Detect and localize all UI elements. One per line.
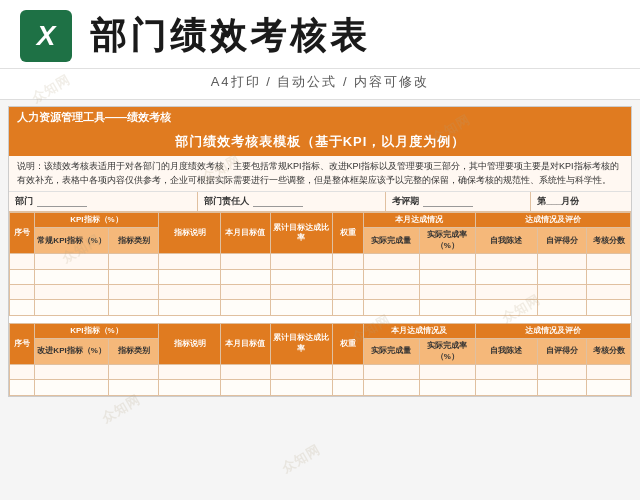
col-actual-qty: 实际完成量 (363, 228, 419, 254)
table-row (10, 284, 631, 299)
excel-x-letter: X (37, 22, 56, 50)
col2-target: 本月目标值 (221, 323, 271, 364)
period-cell: 考评期 (386, 192, 531, 211)
kpi-table-1: 序号 KPI指标（%） 指标说明 本月目标值 累计目标达成比率 权重 本月达成情… (9, 212, 631, 396)
header-area: X 部门绩效考核表 (0, 0, 640, 69)
period-label: 考评期 (392, 195, 419, 208)
col2-desc: 指标说明 (159, 323, 221, 364)
dept-value[interactable] (37, 196, 87, 207)
col-actual-rate: 实际完成率（%） (419, 228, 475, 254)
excel-icon: X (20, 10, 72, 62)
col2-seq: 序号 (10, 323, 35, 364)
section-label: 人力资源管理工具——绩效考核 (9, 107, 631, 128)
col-kpi-type: 常规KPI指标（%） (34, 228, 109, 254)
table-row (10, 364, 631, 379)
col-seq: 序号 (10, 213, 35, 254)
col-self-score: 自评得分 (537, 228, 587, 254)
col-self-desc: 自我陈述 (475, 228, 537, 254)
col2-actual-rate: 实际完成率（%） (419, 339, 475, 365)
col-desc: 指标说明 (159, 213, 221, 254)
dept-label: 部门 (15, 195, 33, 208)
col2-actual-qty: 实际完成量 (363, 339, 419, 365)
info-row: 部门 部门责任人 考评期 第___月份 (9, 192, 631, 212)
col2-self-score: 自评得分 (537, 339, 587, 365)
col-kpi-label: KPI指标（%） (34, 213, 158, 228)
main-title: 部门绩效考核表模板（基于KPI，以月度为例） (9, 128, 631, 156)
page-title: 部门绩效考核表 (90, 12, 370, 61)
table-row (10, 269, 631, 284)
person-value[interactable] (253, 196, 303, 207)
table2-header-row1: 序号 KPI指标（%） 指标说明 本月目标值 累计目标达成比率 权重 本月达成情… (10, 323, 631, 338)
col-achieve-header: 本月达成情况 (363, 213, 475, 228)
table-row (10, 380, 631, 395)
col-kpi-category: 指标类别 (109, 228, 159, 254)
dept-cell: 部门 (9, 192, 198, 211)
col2-achieve-header: 本月达成情况及 (363, 323, 475, 338)
col2-kpi-category: 指标类别 (109, 339, 159, 365)
col-eval-header: 达成情况及评价 (475, 213, 630, 228)
watermark-8: 众知网 (278, 441, 323, 478)
month-cell: 第___月份 (531, 192, 631, 211)
col2-self-desc: 自我陈述 (475, 339, 537, 365)
period-value[interactable] (423, 196, 473, 207)
col2-kpi-score: 考核分数 (587, 339, 631, 365)
table-row (10, 254, 631, 269)
col-weight: 权重 (332, 213, 363, 254)
col2-weight: 权重 (332, 323, 363, 364)
subtitle-text: A4打印 / 自动公式 / 内容可修改 (211, 74, 430, 89)
col2-kpi-label: KPI指标（%） (34, 323, 158, 338)
person-cell: 部门责任人 (198, 192, 387, 211)
col2-kpi-type: 改进KPI指标（%） (34, 339, 109, 365)
sub-header: A4打印 / 自动公式 / 内容可修改 (0, 69, 640, 100)
col-kpi-score: 考核分数 (587, 228, 631, 254)
description-text: 说明：该绩效考核表适用于对各部门的月度绩效考核，主要包括常规KPI指标、改进KP… (9, 156, 631, 192)
section-spacer (10, 315, 631, 323)
table1-header-row1: 序号 KPI指标（%） 指标说明 本月目标值 累计目标达成比率 权重 本月达成情… (10, 213, 631, 228)
col2-cumul: 累计目标达成比率 (270, 323, 332, 364)
person-label: 部门责任人 (204, 195, 249, 208)
col2-eval-header: 达成情况及评价 (475, 323, 630, 338)
document-area: 人力资源管理工具——绩效考核 部门绩效考核表模板（基于KPI，以月度为例） 说明… (8, 106, 632, 397)
col-target: 本月目标值 (221, 213, 271, 254)
table-row (10, 300, 631, 315)
month-label: 第___月份 (537, 195, 579, 208)
col-cumul: 累计目标达成比率 (270, 213, 332, 254)
